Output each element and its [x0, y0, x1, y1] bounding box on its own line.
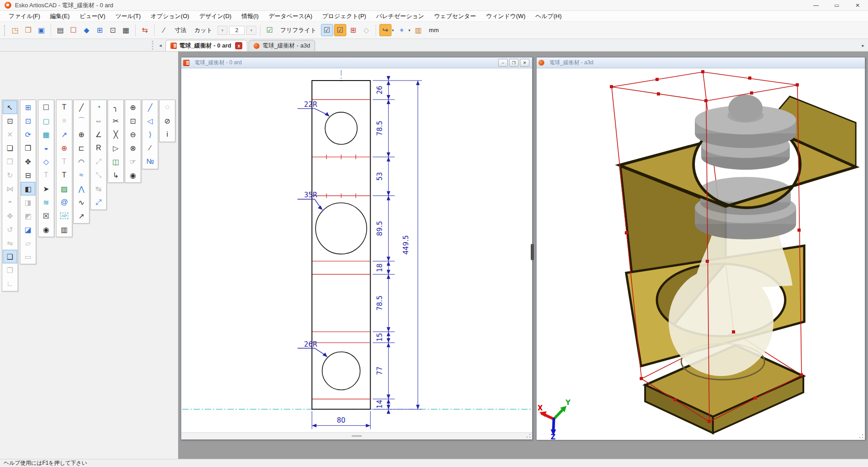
scale-combo[interactable]: ▾	[246, 26, 256, 35]
window-splitter-handle[interactable]	[531, 244, 534, 260]
align-panels-button[interactable]: ⊞	[94, 24, 106, 36]
panel-grid-tool[interactable]: ▦	[39, 128, 53, 141]
ellipse-spread-tool[interactable]: ⊕	[57, 141, 71, 155]
arrowhead-tool[interactable]: ▷	[108, 141, 123, 155]
circle-tool[interactable]: ⊕	[74, 128, 89, 141]
layout-grid-button[interactable]: ⊞	[347, 24, 359, 36]
menu-item-3[interactable]: ビュー(V)	[75, 11, 110, 22]
window-2d-corner-grip[interactable]	[526, 433, 531, 438]
tangent-curve-tool[interactable]: ⌒	[74, 114, 89, 128]
tab-scroll-right-icon[interactable]: ▸	[862, 43, 868, 51]
hatch-arrows-tool[interactable]: ≋	[39, 195, 53, 209]
fillet-corner-tool[interactable]: ╮	[108, 100, 123, 114]
rotate-arc-tool[interactable]: ↺	[3, 223, 17, 236]
tab-close-icon[interactable]: x	[235, 42, 242, 49]
resize-flash-tool[interactable]: ⤢	[91, 195, 106, 209]
line-tool[interactable]: ╱	[74, 100, 89, 114]
preflight-icon[interactable]: ☑	[264, 24, 276, 36]
barcode-tool[interactable]: ▥	[57, 223, 71, 236]
scale-value[interactable]: 2	[229, 26, 245, 35]
select-tool[interactable]: ↖	[3, 100, 17, 114]
panel-compress-tool[interactable]: ◒	[39, 141, 53, 155]
tab-scroll-left-icon[interactable]: ◂	[159, 43, 165, 51]
add-point-circle-tool[interactable]: ◌	[160, 100, 175, 114]
menu-item-1[interactable]: ファイル(F)	[4, 11, 45, 22]
find-button[interactable]: ⌖	[396, 24, 408, 36]
leader-arrow-tool[interactable]: ↗	[57, 128, 71, 141]
double-curve-tool[interactable]: ≈	[74, 168, 89, 182]
user-checklist-button[interactable]: ☑	[334, 24, 346, 36]
image-add-tool[interactable]: ⊞	[21, 100, 35, 114]
panel-shift-tool[interactable]: ⊏	[74, 141, 89, 155]
fit-view-button[interactable]: ◇	[360, 24, 373, 36]
direction-tool[interactable]: ◁	[143, 114, 157, 128]
close-button[interactable]: ✕	[847, 0, 868, 10]
duplicate-tool[interactable]: ❐	[3, 263, 17, 277]
menu-item-11[interactable]: ウェブセンター	[429, 11, 481, 22]
info-tool[interactable]: i	[160, 128, 175, 141]
zoom-in-tool[interactable]: ⊕	[126, 100, 140, 114]
measure-time-tool[interactable]: ◔	[91, 100, 106, 114]
connect-panels-tool[interactable]: ◫	[108, 155, 123, 168]
ap-box-tool[interactable]: AP	[57, 209, 71, 223]
zoom-out-tool[interactable]: ⊖	[126, 128, 140, 141]
radius-tool[interactable]: R	[91, 141, 106, 155]
group-cube-tool[interactable]: ❑	[3, 250, 17, 263]
import-export-button[interactable]: ⇆	[139, 24, 151, 36]
move-copy-tool[interactable]: ❐	[3, 155, 17, 168]
document-tab-1[interactable]: 電球_緩衝材 - 0 ardx	[165, 40, 248, 51]
window-2d-restore-button[interactable]: ❐	[509, 59, 519, 67]
sine-curve-tool[interactable]: ∿	[74, 195, 89, 209]
style-combo[interactable]: ▾	[217, 26, 227, 35]
print-button[interactable]: ▤	[54, 24, 66, 36]
hatch-fill-tool[interactable]: ▨	[57, 182, 71, 195]
zoom-fit-tool[interactable]: ⊗	[126, 141, 140, 155]
menu-item-12[interactable]: ウィンドウ(W)	[481, 11, 530, 22]
group-shapes-tool[interactable]: ▱	[21, 236, 35, 250]
solid-view-button[interactable]: ◆	[80, 24, 93, 36]
angle-line-tool[interactable]: ⋀	[74, 182, 89, 195]
save-button[interactable]: ▣	[35, 24, 47, 36]
paste-special-button[interactable]: ☐	[67, 24, 80, 36]
image-move-tool[interactable]: ✥	[21, 155, 35, 168]
scene-3d[interactable]: X Y Z	[537, 68, 865, 440]
window-3d-corner-grip[interactable]	[859, 434, 864, 439]
delete-tool[interactable]: ✕	[3, 128, 17, 141]
pan-tool[interactable]: ☞	[126, 155, 140, 168]
point-vector-tool[interactable]: ↗	[74, 209, 89, 223]
fill-blue-tool[interactable]: ◪	[21, 223, 35, 236]
arrow-annotate-tool[interactable]: ➤	[39, 182, 53, 195]
zoom-rect-tool[interactable]: ⊡	[126, 114, 140, 128]
ungroup-shapes-tool[interactable]: ▭	[21, 250, 35, 263]
trim-tool[interactable]: ∕	[143, 141, 157, 155]
stretch-tool[interactable]: ◓	[3, 195, 17, 209]
rect-select-tool[interactable]: ⊡	[3, 114, 17, 128]
mirror-point-tool[interactable]: ⇋	[3, 236, 17, 250]
document-tab-2[interactable]: 電球_緩衝材 - a3d	[249, 40, 315, 51]
extend-arc-tool[interactable]: ⟩	[143, 128, 157, 141]
intersect-tool[interactable]: ╳	[108, 128, 123, 141]
align-paragraph-tool[interactable]: ≡	[57, 114, 71, 128]
delete-panel-tool[interactable]: ☒	[39, 209, 53, 223]
chart-button[interactable]: ▥	[412, 24, 425, 36]
image-rotate-tool[interactable]: ⟳	[21, 128, 35, 141]
move-a-tool[interactable]: ⤢	[91, 155, 106, 168]
window-2d-close-button[interactable]: ✕	[520, 59, 529, 67]
remove-point-circle-tool[interactable]: ⊘	[160, 114, 175, 128]
render-canvas-3d[interactable]: X Y Z	[537, 68, 865, 440]
move-b-tool[interactable]: ⤡	[91, 168, 106, 182]
fill-light-tool[interactable]: ◨	[21, 195, 35, 209]
menu-item-7[interactable]: 情報(I)	[236, 11, 264, 22]
menu-item-8[interactable]: データベース(A)	[264, 11, 317, 22]
spacing-tool[interactable]: ⇔	[91, 114, 106, 128]
window-2d-title-bar[interactable]: 電球_緩衝材 - 0 ard – ❐ ✕	[181, 57, 532, 68]
move-text-tool[interactable]: T	[57, 168, 71, 182]
panel-outline-tool[interactable]: ▢	[39, 114, 53, 128]
direction-button[interactable]: ↪	[379, 24, 392, 36]
mirror-tool[interactable]: ⋈	[3, 182, 17, 195]
window-layout-tool[interactable]: ⊟	[21, 168, 35, 182]
italic-text-tool[interactable]: T	[57, 155, 71, 168]
text-style-tool[interactable]: T	[39, 168, 53, 182]
layers-tool[interactable]: ❏	[3, 141, 17, 155]
menu-item-10[interactable]: パレチゼーション	[371, 11, 429, 22]
